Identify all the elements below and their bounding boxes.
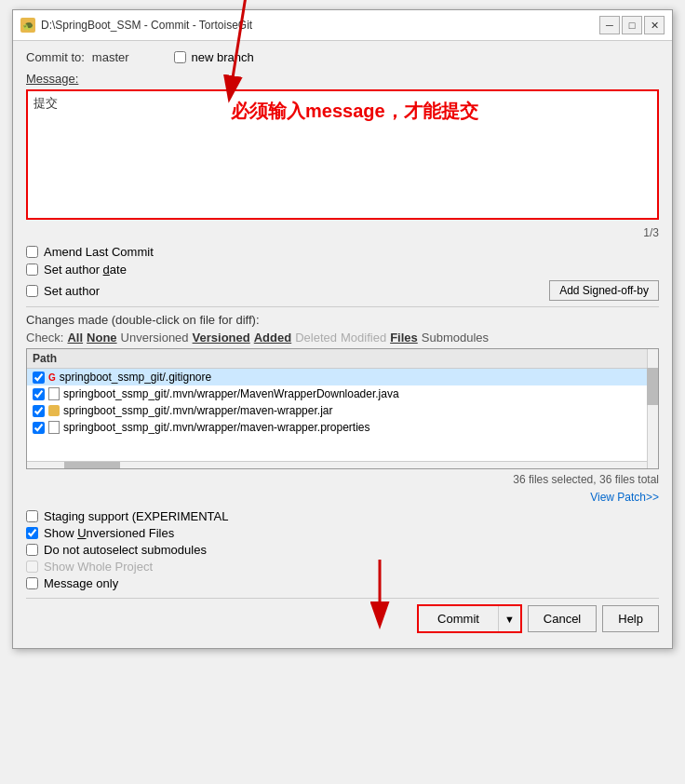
file-list-container: Path G springboot_ssmp_git/.gitignore sp… (26, 348, 659, 469)
file-checkbox-2[interactable] (33, 388, 45, 400)
new-branch-checkbox[interactable] (174, 51, 186, 63)
message-textarea[interactable]: 提交 (26, 89, 659, 220)
check-filter-row: Check: All None Unversioned Versioned Ad… (26, 331, 659, 345)
no-autoselect-label: Do not autoselect submodules (44, 543, 207, 557)
show-whole-project-checkbox (26, 561, 38, 573)
file-checkbox-4[interactable] (33, 422, 45, 434)
file-icon-doc (48, 387, 60, 400)
no-autoselect-row: Do not autoselect submodules (26, 543, 659, 557)
branch-name: master (92, 50, 129, 64)
divider-2 (26, 598, 659, 599)
staging-label: Staging support (EXPERIMENTAL (44, 509, 228, 523)
staging-checkbox[interactable] (26, 510, 38, 522)
cancel-button[interactable]: Cancel (528, 605, 597, 632)
message-counter: 1/3 (26, 226, 659, 239)
new-branch-label: new branch (192, 50, 254, 64)
amend-label: Amend Last Commit (44, 245, 154, 259)
title-bar-left: 🐢 D:\SpringBoot_SSM - Commit - TortoiseG… (20, 18, 252, 33)
set-author-date-checkbox[interactable] (26, 264, 38, 276)
message-label: Message: (26, 72, 659, 86)
action-row: Commit ▼ Cancel Help (26, 604, 659, 639)
filter-none[interactable]: None (87, 331, 117, 345)
file-list-header: Path (27, 349, 658, 369)
app-icon: 🐢 (20, 18, 35, 33)
filter-all[interactable]: All (67, 331, 83, 345)
add-signed-off-button[interactable]: Add Signed-off-by (549, 280, 659, 301)
message-only-row: Message only (26, 576, 659, 590)
new-branch-row: new branch (174, 50, 254, 64)
set-author-date-label: Set author date (44, 263, 127, 277)
set-author-label: Set author (44, 284, 100, 298)
maximize-button[interactable]: □ (622, 16, 642, 34)
file-item[interactable]: springboot_ssmp_git/.mvn/wrapper/maven-w… (27, 419, 658, 436)
window-controls: ─ □ ✕ (599, 16, 665, 34)
file-icon-jar (48, 405, 60, 416)
file-checkbox-1[interactable] (33, 372, 45, 384)
close-button[interactable]: ✕ (644, 16, 665, 34)
file-name-1: springboot_ssmp_git/.gitignore (60, 371, 211, 384)
divider-1 (26, 306, 659, 307)
filter-modified[interactable]: Modified (341, 331, 386, 345)
bottom-options: Staging support (EXPERIMENTAL Show Unver… (26, 509, 659, 590)
amend-row: Amend Last Commit (26, 245, 659, 259)
options-section: Amend Last Commit Set author date Set au… (26, 245, 659, 301)
scrollbar-thumb-h (64, 462, 120, 469)
file-name-4: springboot_ssmp_git/.mvn/wrapper/maven-w… (63, 421, 370, 434)
message-only-label: Message only (44, 576, 118, 590)
commit-button[interactable]: Commit (419, 606, 499, 631)
show-whole-project-row: Show Whole Project (26, 560, 659, 574)
message-section: Message: 提交 必须输入message，才能提交 1/3 (26, 72, 659, 239)
filter-versioned[interactable]: Versioned (193, 331, 250, 345)
show-unversioned-checkbox[interactable] (26, 527, 38, 539)
check-label: Check: (26, 331, 63, 345)
filter-added[interactable]: Added (254, 331, 291, 345)
file-item[interactable]: springboot_ssmp_git/.mvn/wrapper/MavenWr… (27, 385, 658, 402)
files-count: 36 files selected, 36 files total (26, 473, 659, 486)
file-name-3: springboot_ssmp_git/.mvn/wrapper/maven-w… (63, 404, 332, 417)
no-autoselect-checkbox[interactable] (26, 544, 38, 556)
show-whole-project-label: Show Whole Project (44, 560, 153, 574)
changes-title: Changes made (double-click on file for d… (26, 313, 659, 327)
content-area: Commit to: master new branch Message: 提交… (13, 41, 672, 648)
changes-section: Changes made (double-click on file for d… (26, 313, 659, 504)
minimize-button[interactable]: ─ (599, 16, 620, 34)
file-item[interactable]: G springboot_ssmp_git/.gitignore (27, 369, 658, 385)
message-area-wrapper: 提交 必须输入message，才能提交 (26, 89, 659, 223)
show-unversioned-row: Show Unversioned Files (26, 526, 659, 540)
horizontal-scrollbar[interactable] (27, 461, 647, 468)
file-name-2: springboot_ssmp_git/.mvn/wrapper/MavenWr… (63, 387, 399, 400)
set-author-left: Set author (26, 284, 100, 298)
main-window: 🐢 D:\SpringBoot_SSM - Commit - TortoiseG… (12, 9, 673, 649)
filter-unversioned[interactable]: Unversioned (121, 331, 189, 345)
set-author-checkbox[interactable] (26, 285, 38, 297)
window-title: D:\SpringBoot_SSM - Commit - TortoiseGit (41, 19, 252, 32)
filter-deleted[interactable]: Deleted (295, 331, 337, 345)
message-only-checkbox[interactable] (26, 577, 38, 589)
filter-submodules[interactable]: Submodules (422, 331, 489, 345)
show-unversioned-label: Show Unversioned Files (44, 526, 174, 540)
commit-to-label: Commit to: (26, 50, 85, 64)
vertical-scrollbar[interactable] (647, 349, 658, 468)
amend-checkbox[interactable] (26, 246, 38, 258)
file-checkbox-3[interactable] (33, 405, 45, 417)
view-patch-link[interactable]: View Patch>> (590, 491, 659, 504)
help-button[interactable]: Help (602, 605, 659, 632)
commit-button-group: Commit ▼ (417, 604, 522, 633)
commit-dropdown-button[interactable]: ▼ (499, 606, 520, 631)
set-author-row: Set author Add Signed-off-by (26, 280, 659, 301)
file-item[interactable]: springboot_ssmp_git/.mvn/wrapper/maven-w… (27, 402, 658, 419)
title-bar: 🐢 D:\SpringBoot_SSM - Commit - TortoiseG… (13, 10, 672, 41)
file-icon-doc2 (48, 421, 60, 434)
filter-files[interactable]: Files (390, 331, 418, 345)
staging-row: Staging support (EXPERIMENTAL (26, 509, 659, 523)
file-icon-git: G (48, 372, 56, 383)
set-author-date-row: Set author date (26, 263, 659, 277)
scrollbar-thumb-v (647, 368, 658, 405)
commit-to-row: Commit to: master new branch (26, 50, 659, 64)
